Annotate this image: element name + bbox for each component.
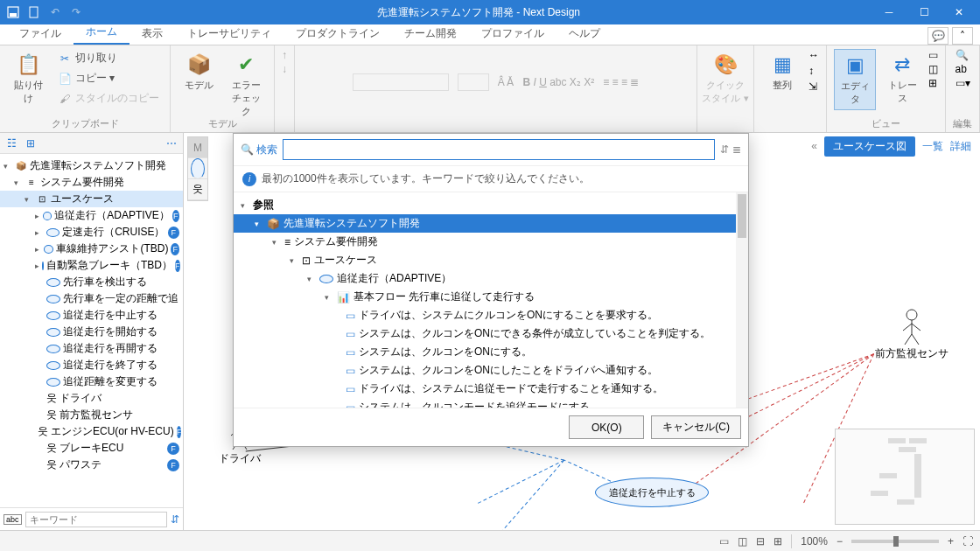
layout-icon-2[interactable]: ◫ bbox=[738, 535, 747, 548]
svg-line-21 bbox=[912, 324, 920, 331]
tree-item[interactable]: ▸追従走行（ADAPTIVE）F bbox=[0, 207, 183, 224]
prev-view-button[interactable]: « bbox=[811, 140, 817, 152]
marker-tool[interactable]: M bbox=[188, 137, 207, 158]
layout-icon-3[interactable]: ⊟ bbox=[756, 535, 765, 548]
cut-button[interactable]: ✂切り取り bbox=[54, 49, 163, 67]
tree-item[interactable]: 先行車を検出する bbox=[0, 274, 183, 290]
layout-icon-1[interactable]: ▭ bbox=[719, 535, 729, 548]
group-label: モデル bbox=[178, 117, 267, 130]
tab-help[interactable]: ヘルプ bbox=[556, 23, 612, 45]
tree-item[interactable]: 追従走行を中止する bbox=[0, 307, 183, 324]
tool-palette: M 웃 bbox=[187, 136, 208, 201]
up-icon[interactable]: ↑ bbox=[282, 49, 287, 61]
tree-item[interactable]: 追従走行を再開する bbox=[0, 340, 183, 357]
step-row[interactable]: ▭システムは、クルコンをONにしたことをドライバへ通知する。 bbox=[234, 361, 748, 380]
sidebar-search-input[interactable] bbox=[25, 512, 167, 527]
tab-view[interactable]: 表示 bbox=[130, 23, 175, 45]
tree-actor[interactable]: 웃パワステF bbox=[0, 457, 183, 473]
model-tree[interactable]: ▾📦先進運転システムソフト開発 ▾≡システム要件開発 ▾⊡ユースケース ▸追従走… bbox=[0, 154, 183, 507]
maximize-button[interactable]: ☐ bbox=[906, 0, 942, 24]
minimap[interactable] bbox=[835, 429, 975, 525]
copy-button[interactable]: 📄コピー ▾ bbox=[54, 69, 163, 87]
minimize-button[interactable]: ─ bbox=[872, 0, 906, 24]
tab-file[interactable]: ファイル bbox=[7, 23, 74, 45]
fit-icon[interactable]: ⛶ bbox=[962, 535, 973, 548]
tree-mode-icon[interactable]: ⇵ bbox=[720, 143, 729, 156]
tab-team[interactable]: チーム開発 bbox=[392, 23, 469, 45]
tab-productline[interactable]: プロダクトライン bbox=[284, 23, 392, 45]
tree-item[interactable]: 追従距離を変更する bbox=[0, 373, 183, 390]
quickstyle-button[interactable]: 🎨クイック スタイル ▾ bbox=[704, 49, 746, 108]
format-painter-button[interactable]: 🖌スタイルのコピー bbox=[54, 89, 163, 108]
more-icon[interactable]: ⋯ bbox=[164, 136, 179, 151]
font-box[interactable] bbox=[353, 73, 449, 91]
svg-rect-25 bbox=[909, 438, 927, 443]
tree-item[interactable]: ▸自動緊急ブレーキ（TBD）F bbox=[0, 257, 183, 274]
tree-actor[interactable]: 웃ブレーキECUF bbox=[0, 440, 183, 457]
find-icon[interactable]: 🔍 bbox=[956, 49, 970, 61]
down-icon[interactable]: ↓ bbox=[282, 63, 287, 75]
save-icon[interactable] bbox=[4, 3, 23, 22]
dialog-search-input[interactable] bbox=[283, 139, 715, 160]
list-mode-icon[interactable]: ≣ bbox=[732, 143, 741, 156]
svg-rect-27 bbox=[914, 454, 921, 498]
cancel-button[interactable]: キャンセル(C) bbox=[651, 415, 741, 439]
expand-icon[interactable]: ⊞ bbox=[23, 136, 38, 151]
tab-home[interactable]: ホーム bbox=[74, 21, 130, 45]
tree-item[interactable]: 先行車を一定の距離で追 bbox=[0, 290, 183, 307]
tree-item[interactable]: 追従走行を終了する bbox=[0, 357, 183, 373]
list-link[interactable]: 一覧 bbox=[922, 139, 943, 154]
info-text: 最初の1000件を表示しています。キーワードで絞り込んでください。 bbox=[262, 171, 590, 186]
editor-button[interactable]: ▣エディタ bbox=[834, 49, 876, 110]
collapse-ribbon-icon[interactable]: ˄ bbox=[952, 27, 973, 45]
usecase-stop[interactable]: 追従走行を中止する bbox=[595, 478, 709, 507]
svg-rect-1 bbox=[10, 13, 17, 17]
tree-item[interactable]: 追従走行を開始する bbox=[0, 324, 183, 340]
step-row[interactable]: ▭ドライバは、システムに追従モードで走行することを通知する。 bbox=[234, 380, 748, 398]
tree-actor[interactable]: 웃ドライバ bbox=[0, 390, 183, 407]
tab-traceability[interactable]: トレーサビリティ bbox=[175, 23, 284, 45]
undo-icon[interactable]: ↶ bbox=[46, 3, 65, 22]
actor-tool[interactable]: 웃 bbox=[188, 179, 207, 200]
redo-icon[interactable]: ↷ bbox=[66, 3, 86, 22]
paste-button[interactable]: 📋貼り付け bbox=[7, 49, 49, 108]
select-icon[interactable]: ▭▾ bbox=[956, 77, 970, 89]
zoom-in-button[interactable]: + bbox=[948, 535, 954, 548]
tree-actor[interactable]: 웃エンジンECU(or HV-ECU)F bbox=[0, 423, 183, 440]
detail-link[interactable]: 詳細 bbox=[950, 139, 971, 154]
tree-item[interactable]: ▸車線維持アシスト(TBD)F bbox=[0, 241, 183, 257]
zoom-out-button[interactable]: − bbox=[836, 535, 843, 548]
filter-icon[interactable]: ⇵ bbox=[171, 513, 179, 526]
step-row[interactable]: ▭ドライバは、システムにクルコンをONにすることを要求する。 bbox=[234, 306, 748, 324]
step-row[interactable]: ▭システムは、クルコンモードを追従モードにする。 bbox=[234, 398, 748, 408]
actor-front-sensor[interactable]: 前方監視センサ bbox=[875, 308, 948, 361]
svg-rect-26 bbox=[899, 447, 916, 452]
font-size-box[interactable] bbox=[458, 73, 489, 91]
tree-actor[interactable]: 웃前方監視センサ bbox=[0, 407, 183, 423]
view-selector-button[interactable]: ユースケース図 bbox=[824, 136, 915, 157]
svg-line-23 bbox=[912, 334, 919, 345]
tab-profile[interactable]: プロファイル bbox=[469, 23, 556, 45]
kw-icon: abc bbox=[4, 514, 22, 525]
usecase-tool[interactable] bbox=[188, 158, 207, 179]
result-tree[interactable]: ▾参照 ▾📦先進運転システムソフト開発 ▾≡システム要件開発 ▾⊡ユースケース … bbox=[234, 192, 748, 408]
zoom-slider[interactable] bbox=[851, 540, 939, 543]
svg-line-3 bbox=[732, 354, 874, 425]
model-button[interactable]: 📦モデル bbox=[178, 49, 220, 95]
tree-icon[interactable]: ☷ bbox=[4, 136, 19, 151]
align-button[interactable]: ▦整列 bbox=[761, 49, 803, 95]
replace-icon[interactable]: ab bbox=[956, 63, 970, 75]
layout-icon-4[interactable]: ⊞ bbox=[774, 535, 782, 548]
step-row[interactable]: ▭システムは、クルコンをONにする。 bbox=[234, 343, 748, 361]
trace-button[interactable]: ⇄トレース bbox=[881, 49, 923, 108]
result-scrollbar[interactable] bbox=[736, 192, 748, 408]
errorcheck-button[interactable]: ✔エラーチェック bbox=[225, 49, 267, 122]
ok-button[interactable]: OK(O) bbox=[569, 415, 644, 439]
close-button[interactable]: ✕ bbox=[942, 0, 976, 24]
new-icon[interactable] bbox=[24, 3, 44, 22]
svg-rect-29 bbox=[871, 491, 888, 496]
notifications-icon[interactable]: 💬 bbox=[928, 27, 948, 45]
search-icon: 🔍 検索 bbox=[241, 143, 277, 157]
tree-item[interactable]: ▸定速走行（CRUISE）F bbox=[0, 224, 183, 241]
step-row[interactable]: ▭システムは、クルコンをONにできる条件が成立していることを判定する。 bbox=[234, 324, 748, 343]
